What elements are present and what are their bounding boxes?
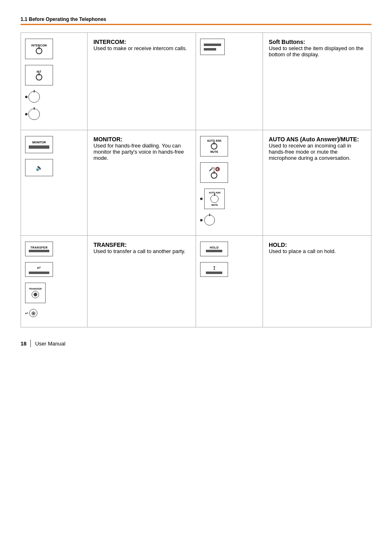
auto-ans-circle-3 xyxy=(210,195,219,203)
auto-ans-desc: Used to receive an incoming call in hand… xyxy=(269,143,351,161)
monitor-icon-1: MONITOR xyxy=(25,136,53,153)
footer-divider xyxy=(30,340,31,347)
section-heading: 1.1 Before Operating the Telephones xyxy=(21,16,371,22)
intercom-term: INTERCOM xyxy=(93,39,124,45)
hold-icon-2: ↥ xyxy=(200,262,228,277)
auto-ans-icon-2: 🎤/🔇 xyxy=(200,162,228,183)
soft-btn-icons-col xyxy=(196,33,263,130)
soft-btn-term: Soft Buttons xyxy=(269,39,303,45)
hold-icons-col: HOLD ↥ xyxy=(196,236,263,327)
soft-btn-line-1 xyxy=(204,44,221,46)
page-container: 1.1 Before Operating the Telephones INTE… xyxy=(0,0,392,364)
monitor-term: MONITOR xyxy=(93,136,120,143)
auto-ans-power-icon xyxy=(211,143,217,150)
power-icon-2 xyxy=(36,74,42,81)
circle-icon-2 xyxy=(28,108,40,120)
monitor-bar-1 xyxy=(29,145,49,149)
footer-text: User Manual xyxy=(35,341,65,347)
soft-btn-colon: : xyxy=(303,39,305,45)
transfer-icon-1: TRANSFER xyxy=(25,242,53,256)
intercom-icon-2: INT xyxy=(25,65,53,85)
intercom-icon-4 xyxy=(25,108,83,120)
auto-ans-inner-label-bottom: MUTE xyxy=(212,204,218,206)
page-number: 18 xyxy=(21,341,26,347)
auto-ans-power-icon-2 xyxy=(211,172,217,179)
transfer-small-circle: ⊕ xyxy=(29,309,37,317)
auto-ans-icons-col: AUTO ANS MUTE 🎤/🔇 AUTO ANS xyxy=(196,130,263,236)
monitor-icons: MONITOR 🔈 xyxy=(25,136,83,180)
hold-colon: : xyxy=(285,242,287,248)
orange-divider xyxy=(21,24,371,25)
monitor-desc-col: MONITOR: Used for hands-free dialling. Y… xyxy=(88,130,196,236)
intercom-icons: INTERCOM INT xyxy=(25,39,83,124)
transfer-icons-col: TRANSFER ↵ TRANSFER ⊕ ↵ xyxy=(21,236,88,327)
auto-ans-icons: AUTO ANS MUTE 🎤/🔇 AUTO ANS xyxy=(200,136,258,230)
transfer-circ-label: TRANSFER xyxy=(29,288,42,290)
auto-ans-term: AUTO ANS (Auto Answer)/MUTE xyxy=(269,136,357,143)
intercom-icon-3 xyxy=(25,91,83,103)
transfer-line-2 xyxy=(29,272,49,274)
auto-ans-colon: : xyxy=(357,136,359,143)
auto-ans-desc-col: AUTO ANS (Auto Answer)/MUTE: Used to rec… xyxy=(263,130,371,236)
monitor-desc: Used for hands-free dialling. You can mo… xyxy=(93,143,184,161)
hold-arrow-line xyxy=(206,272,222,274)
transfer-icons: TRANSFER ↵ TRANSFER ⊕ ↵ xyxy=(25,242,83,321)
intercom-desc: Used to make or receive intercom calls. xyxy=(93,45,187,51)
hold-icons: HOLD ↥ xyxy=(200,242,258,281)
hold-desc: Used to place a call on hold. xyxy=(269,248,336,254)
auto-ans-label-bottom: MUTE xyxy=(210,150,218,153)
transfer-line-1 xyxy=(29,250,49,252)
dot-icon-4 xyxy=(200,219,203,221)
page-footer: 18 User Manual xyxy=(21,340,371,347)
auto-ans-icon-4 xyxy=(200,215,258,226)
intercom-colon: : xyxy=(124,39,126,45)
hold-icon-1: HOLD xyxy=(200,242,228,256)
table-row: TRANSFER ↵ TRANSFER ⊕ ↵ xyxy=(21,236,371,327)
auto-ans-inner-3: AUTO ANS MUTE xyxy=(204,189,225,209)
auto-ans-circle-4 xyxy=(204,215,215,226)
power-icon-1 xyxy=(36,48,42,54)
hold-label-1: HOLD xyxy=(210,246,219,249)
transfer-arrow-icon: ↵ xyxy=(37,265,41,271)
dot-icon-2 xyxy=(25,113,28,115)
speaker-icon: 🔈 xyxy=(36,164,43,171)
hold-desc-col: HOLD: Used to place a call on hold. xyxy=(263,236,371,327)
transfer-colon: : xyxy=(125,242,127,248)
transfer-icon-4: ↵ ⊕ xyxy=(25,309,83,317)
hold-arrow-icon: ↥ xyxy=(212,265,216,271)
table-row: MONITOR 🔈 MONITOR: Used for hands-free d… xyxy=(21,130,371,236)
auto-ans-icon-1: AUTO ANS MUTE xyxy=(200,136,228,157)
transfer-circ-icon: ⊕ xyxy=(32,291,39,298)
circle-icon-1 xyxy=(28,91,40,103)
soft-btn-desc-col: Soft Buttons: Used to select the item di… xyxy=(263,33,371,130)
hold-line-1 xyxy=(206,250,222,252)
table-row: INTERCOM INT xyxy=(21,33,371,130)
dot-icon-3 xyxy=(200,198,203,200)
monitor-label-1: MONITOR xyxy=(32,141,46,144)
content-table: INTERCOM INT xyxy=(21,32,371,327)
intercom-icons-col: INTERCOM INT xyxy=(21,33,88,130)
monitor-icons-col: MONITOR 🔈 xyxy=(21,130,88,236)
transfer-arrow-sm-icon: ↵ xyxy=(25,311,28,315)
intercom-icon-1: INTERCOM xyxy=(25,39,53,59)
transfer-label-1: TRANSFER xyxy=(30,246,48,249)
transfer-desc: Used to transfer a call to another party… xyxy=(93,248,185,254)
dot-icon-1 xyxy=(25,96,28,98)
hold-term: HOLD xyxy=(269,242,285,248)
monitor-icon-2: 🔈 xyxy=(25,159,53,176)
transfer-icon-2: ↵ xyxy=(25,262,53,277)
transfer-icon-3: TRANSFER ⊕ xyxy=(25,283,46,303)
transfer-desc-col: TRANSFER: Used to transfer a call to ano… xyxy=(88,236,196,327)
transfer-term: TRANSFER xyxy=(93,242,125,248)
auto-ans-icon-3: AUTO ANS MUTE xyxy=(200,189,258,209)
monitor-colon: : xyxy=(120,136,122,143)
soft-btn-desc: Used to select the item displayed on the… xyxy=(269,45,364,58)
intercom-desc-col: INTERCOM: Used to make or receive interc… xyxy=(88,33,196,130)
soft-btn-icon xyxy=(200,39,225,55)
soft-btn-line-2 xyxy=(204,48,216,51)
